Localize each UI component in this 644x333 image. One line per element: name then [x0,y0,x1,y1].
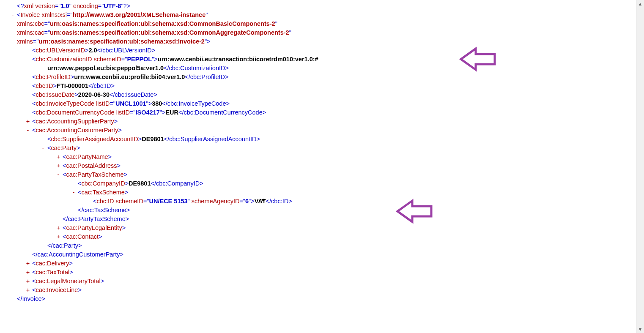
xml-token: cac:Contact [66,233,99,240]
xml-token: cbc:UBLVersionID [102,47,152,54]
xml-token: cac:Party [53,242,78,249]
xml-token: =" [239,198,245,205]
xml-token: urn:oasis:names:specification:ubl:schema… [50,29,289,36]
xml-token: > [124,171,127,178]
xml-token: > [226,100,230,107]
xml-token: cac:TaxTotal [36,269,69,276]
xml-token: cbc:ID [96,198,115,205]
xml-token: > [69,269,73,276]
collapse-node-icon[interactable]: - [70,188,77,197]
expand-node-icon[interactable]: + [25,259,31,268]
xml-line: </cac:AccountingCustomerParty> [0,250,636,259]
xml-token: </ [162,100,167,107]
expand-node-icon[interactable]: + [25,286,31,295]
xml-token: </ [178,109,184,116]
xml-token: cac:PartyLegalEntity [66,224,122,231]
xml-token: cbc:IssueDate [36,91,74,98]
xml-token: ISO4217 [136,109,160,116]
xml-token: </ [164,136,170,142]
xml-token: cac:Party [51,145,76,151]
xml-line: <cbc:ID schemeID="UN/ECE 5153" schemeAge… [0,197,636,206]
xml-token: cbc:CompanyID [156,180,200,187]
expand-node-icon[interactable]: + [25,268,31,277]
xml-token: " [289,29,291,36]
xml-token: =" [130,109,136,116]
expand-node-icon[interactable]: + [55,161,62,170]
xml-token: cbc:ID [271,198,288,205]
xml-line: <cbc:CustomizationID schemeID="PEPPOL">u… [0,55,636,64]
xml-token: =" [98,3,104,9]
xml-token: UN/ECE 5153 [149,198,188,205]
xml-token: "?> [121,3,130,9]
xml-token: > [111,82,115,89]
expand-node-icon[interactable]: + [25,117,31,126]
xml-line: -<cac:AccountingCustomerParty> [0,126,636,135]
xml-token: urn:oasis:names:specification:ubl:schema… [39,38,205,45]
xml-line: +<cac:Contact> [0,232,636,241]
xml-token: "> [160,109,166,116]
xml-token: xmlns:xsi [41,11,67,18]
xml-token: listID [96,100,110,107]
xml-token: = [67,11,70,18]
xml-line: </cac:PartyTaxScheme> [0,215,636,224]
xml-token: cac:InvoiceLine [36,287,78,293]
collapse-node-icon[interactable]: - [40,144,47,153]
xml-token: " [275,20,277,27]
xml-token: cbc:ID [36,82,53,89]
xml-token: cac:PostalAddress [66,162,117,169]
xml-token: > [117,162,121,169]
xml-line: +<cac:InvoiceLine> [0,286,636,295]
xml-token: " [206,11,208,18]
xml-token: > [53,82,57,89]
xml-content: <?xml version="1.0" encoding="UTF-8"?>-<… [0,0,636,303]
xml-token: VAT [255,198,266,205]
scroll-down-icon[interactable]: ▼ [636,325,644,333]
xml-token: DE9801 [129,180,151,187]
xml-token: > [85,47,88,54]
xml-token: > [69,260,72,267]
xml-token: > [120,251,123,258]
xml-token: > [152,47,155,54]
xml-token: cac:PartyTaxScheme [66,171,123,178]
xml-token: > [225,74,228,80]
xml-token: " [69,3,73,9]
xml-token: cbc:SupplierAssignedAccountID [169,136,256,142]
xml-token: xmlns:cac [17,29,44,36]
xml-token: Invoice [22,295,42,302]
xml-token: cbc:InvoiceTypeCode [36,100,96,107]
xml-line: -<Invoice xmlns:xsi="http://www.w3.org/2… [0,11,636,19]
xml-token: urn:oasis:names:specification:ubl:schema… [50,20,275,27]
expand-node-icon[interactable]: + [55,232,62,241]
expand-node-icon[interactable]: + [55,224,62,232]
xml-token: > [126,207,130,213]
xml-token: > [77,145,80,151]
xml-token: > [257,136,260,142]
xml-token: > [74,91,78,98]
collapse-node-icon[interactable]: - [25,126,31,135]
xml-token: "> [152,56,158,63]
expand-node-icon[interactable]: + [55,153,62,161]
xml-token: " [188,198,192,205]
xml-line: +<cac:PostalAddress> [0,161,636,170]
xml-token: > [114,118,118,125]
xml-line: <cbc:UBLVersionID>2.0</cbc:UBLVersionID> [0,46,636,55]
xml-token: EUR [165,109,178,116]
xml-token: cbc:IssueDate [115,91,154,98]
xml-token: "> [249,198,255,205]
vertical-scrollbar[interactable]: ▲ ▼ [636,0,644,333]
xml-token: cac:PartyTaxScheme [68,216,126,222]
xml-token: UNCL1001 [115,100,146,107]
xml-token: cac:TaxScheme [81,189,124,196]
expand-node-icon[interactable]: + [25,277,31,286]
collapse-node-icon[interactable]: - [55,170,62,179]
xml-token: > [78,287,81,293]
xml-token: cac:AccountingCustomerParty [36,127,118,134]
xml-token: </ [97,47,103,54]
scroll-up-icon[interactable]: ▲ [636,0,644,8]
xml-token: cac:TaxScheme [83,207,126,213]
xml-token: </ [78,207,83,213]
xml-token: 380 [152,100,162,107]
collapse-node-icon[interactable]: - [9,11,16,19]
xml-token: </ [32,251,38,258]
xml-line: <cbc:CompanyID>DE9801</cbc:CompanyID> [0,179,636,188]
